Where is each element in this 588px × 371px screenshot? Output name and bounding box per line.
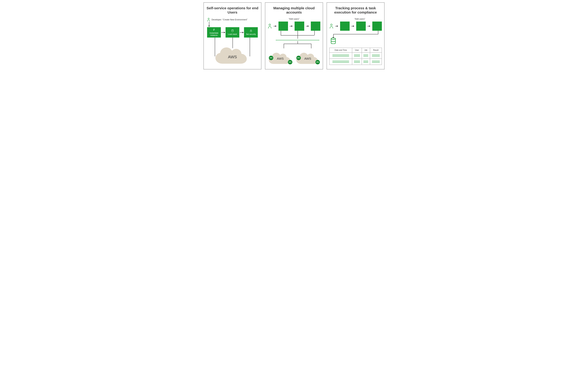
svg-point-0 [208, 18, 209, 19]
flow-row [268, 22, 320, 31]
task-box [356, 22, 366, 31]
step-label: Load stack [228, 33, 237, 35]
flow-row [329, 22, 382, 31]
panel-title: Tracking process & task execution for co… [329, 6, 382, 14]
svg-point-1 [231, 30, 233, 30]
cloud-aws: AWS VPC VPC [268, 51, 293, 65]
svg-point-4 [331, 24, 332, 26]
vpc-badge: VPC [269, 56, 273, 60]
arrow-down-icon [208, 22, 210, 27]
task-box [278, 22, 288, 31]
svg-rect-2 [250, 31, 252, 32]
task-box [311, 22, 320, 31]
table-row [329, 59, 382, 65]
diagram-multi-cloud: “Add users” [268, 18, 320, 65]
panels-row: Self-service operations for end Users De… [203, 2, 385, 69]
divider-icon [276, 40, 319, 40]
svg-point-5 [331, 38, 336, 39]
diagram-self-service: Developer: “Create New Environment” Inst… [206, 18, 259, 65]
panel-self-service: Self-service operations for end Users De… [203, 2, 262, 69]
step-label: Set security [246, 33, 256, 35]
database-icon [231, 29, 234, 33]
panel-multi-cloud: Managing multiple cloud accounts “Add us… [265, 2, 323, 69]
user-icon [268, 24, 272, 29]
caption-add-users: “Add users” [354, 18, 365, 20]
table-row [329, 53, 382, 59]
panel-title: Managing multiple cloud accounts [268, 6, 320, 14]
connector-to-db [329, 31, 382, 40]
arrow-right-icon [306, 25, 309, 27]
step-label: Instantiate instance [208, 32, 220, 36]
vpc-badge: VPC [315, 60, 320, 64]
task-box [372, 22, 382, 31]
diagram-compliance: “Add users” Da [329, 18, 382, 65]
vpc-badge: VPC [288, 60, 292, 64]
vpc-badge: VPC [296, 56, 301, 60]
task-box [340, 22, 350, 31]
user-icon [329, 24, 334, 29]
step-instantiate: Instantiate instance [207, 27, 221, 38]
col-job: Job [362, 48, 370, 53]
cloud-pair: AWS VPC VPC AWS VPC VPC [268, 51, 320, 65]
actor-row: Developer: “Create New Environment” [207, 18, 259, 22]
svg-point-3 [269, 24, 271, 26]
arrow-right-icon [351, 25, 355, 27]
user-icon [207, 18, 210, 22]
cloud-label: AWS [214, 46, 251, 65]
audit-table: Date and Time User Job Result [329, 48, 382, 65]
panel-compliance: Tracking process & task execution for co… [326, 2, 385, 69]
task-box [294, 22, 304, 31]
col-result: Result [370, 48, 382, 53]
arrow-right-icon [290, 25, 293, 27]
panel-title: Self-service operations for end Users [206, 6, 259, 14]
step-set-security: Set security [244, 27, 258, 38]
database-icon [330, 38, 336, 44]
col-user: User [352, 48, 362, 53]
step-boxes: Instantiate instance Load stack Set secu… [207, 27, 258, 38]
caption-add-users: “Add users” [288, 18, 299, 20]
actor-label: Developer: “Create New Environment” [211, 19, 247, 21]
step-load-stack: Load stack [226, 27, 239, 38]
cloud-aws: AWS VPC VPC [295, 51, 320, 65]
connector-tree [276, 31, 319, 50]
cloud-aws: AWS [214, 46, 251, 65]
arrow-right-icon [368, 25, 371, 27]
arrow-right-icon [273, 25, 277, 27]
lock-icon [250, 29, 252, 33]
arrow-right-icon [335, 25, 338, 27]
lightning-icon [213, 28, 215, 32]
col-datetime: Date and Time [329, 48, 352, 53]
